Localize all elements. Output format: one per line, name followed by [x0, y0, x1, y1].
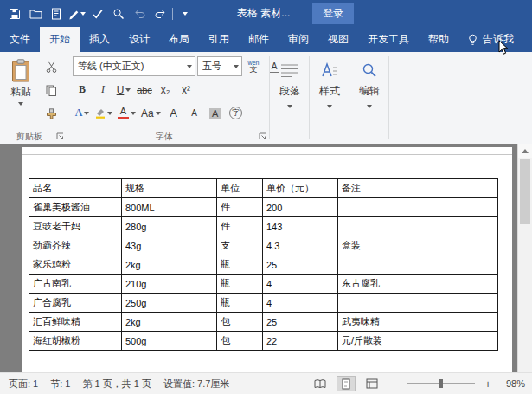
table-cell[interactable]: 2kg: [122, 255, 217, 275]
zoom-in-button[interactable]: +: [482, 378, 494, 391]
table-cell[interactable]: 海红胡椒粉: [29, 332, 122, 351]
tab-设计[interactable]: 设计: [119, 27, 159, 52]
undo-button[interactable]: [129, 3, 150, 24]
web-layout-button[interactable]: [362, 376, 381, 391]
format-painter-button[interactable]: [42, 106, 61, 121]
tab-插入[interactable]: 插入: [80, 27, 119, 52]
table-cell[interactable]: 4: [263, 275, 338, 294]
table-cell[interactable]: 件: [217, 198, 263, 217]
table-cell[interactable]: 25: [263, 255, 338, 275]
table-header-cell[interactable]: 单价（元）: [263, 179, 338, 198]
tab-布局[interactable]: 布局: [159, 27, 199, 52]
customize-qat-button[interactable]: [175, 3, 195, 24]
table-cell[interactable]: 件: [217, 217, 263, 236]
table-cell[interactable]: 家乐鸡粉: [29, 255, 122, 275]
table-cell[interactable]: 豆豉老干妈: [29, 217, 122, 236]
scrollbar-thumb[interactable]: [520, 159, 530, 224]
highlight-color-button[interactable]: [93, 104, 114, 122]
table-header-cell[interactable]: 规格: [122, 179, 217, 198]
shrink-font-button[interactable]: A: [185, 104, 204, 122]
enclose-character-button[interactable]: 字: [227, 104, 246, 122]
table-cell[interactable]: 雀巢美极酱油: [29, 198, 122, 217]
find-button[interactable]: [108, 3, 129, 24]
zoom-level[interactable]: 98%: [501, 378, 525, 389]
table-cell[interactable]: 广合腐乳: [29, 294, 122, 313]
underline-button[interactable]: U: [114, 81, 133, 99]
redo-button[interactable]: [150, 3, 170, 24]
table-cell[interactable]: 25: [263, 313, 338, 332]
font-dialog-launcher[interactable]: [259, 132, 266, 140]
strikethrough-button[interactable]: abc: [135, 81, 154, 99]
tab-审阅[interactable]: 审阅: [279, 27, 318, 52]
table-cell[interactable]: 800ML: [122, 198, 217, 217]
bold-button[interactable]: B: [73, 81, 92, 99]
table-cell[interactable]: 包: [217, 313, 263, 332]
copy-button[interactable]: [42, 82, 61, 98]
table-header-cell[interactable]: 备注: [338, 179, 498, 198]
cut-button[interactable]: [42, 59, 61, 74]
table-cell[interactable]: [338, 198, 498, 217]
table-cell[interactable]: [338, 255, 498, 275]
font-name-combo[interactable]: 等线 (中文正文): [73, 56, 195, 76]
table-cell[interactable]: 210g: [122, 275, 217, 294]
enlarge-font-button[interactable]: A: [164, 104, 183, 122]
table-cell[interactable]: 280g: [122, 217, 217, 236]
table-cell[interactable]: 包: [217, 332, 263, 351]
status-page-count[interactable]: 第 1 页，共 1 页: [82, 378, 151, 391]
tab-开始[interactable]: 开始: [40, 27, 80, 52]
zoom-slider-thumb[interactable]: [439, 379, 443, 388]
zoom-out-button[interactable]: −: [388, 378, 401, 391]
status-setting-value[interactable]: 设置值: 7.7厘米: [163, 378, 229, 391]
zoom-slider[interactable]: [407, 383, 475, 384]
table-cell[interactable]: 武夷味精: [338, 313, 498, 332]
italic-button[interactable]: I: [93, 81, 112, 99]
table-cell[interactable]: 22: [263, 332, 338, 351]
table-cell[interactable]: 4.3: [263, 236, 338, 255]
superscript-button[interactable]: x²: [176, 81, 195, 99]
table-cell[interactable]: 劲霸芥辣: [29, 236, 122, 255]
ink-pen-button[interactable]: [67, 3, 87, 24]
table-cell[interactable]: 东古腐乳: [338, 275, 498, 294]
table-cell[interactable]: 4: [263, 294, 338, 313]
login-button[interactable]: 登录: [312, 3, 354, 24]
editing-group-button[interactable]: 编辑: [349, 52, 389, 144]
paragraph-group-button[interactable]: 段落: [270, 52, 310, 144]
share-button[interactable]: 共享: [522, 27, 532, 52]
phonetic-guide-button[interactable]: wén文: [244, 57, 263, 75]
document-table[interactable]: 品名规格单位单价（元）备注雀巢美极酱油800ML件200豆豉老干妈280g件14…: [29, 178, 498, 351]
table-cell[interactable]: 支: [217, 236, 263, 255]
status-page-number[interactable]: 页面: 1: [9, 378, 38, 391]
table-cell[interactable]: [338, 294, 498, 313]
styles-group-button[interactable]: 样式: [310, 52, 349, 144]
table-cell[interactable]: 广古南乳: [29, 275, 122, 294]
change-case-button[interactable]: Aa: [139, 104, 163, 122]
table-cell[interactable]: 瓶: [217, 255, 263, 275]
print-layout-button[interactable]: [337, 376, 356, 391]
tab-file[interactable]: 文件: [0, 27, 40, 52]
read-mode-button[interactable]: [311, 376, 330, 391]
tab-视图[interactable]: 视图: [318, 27, 358, 52]
open-button[interactable]: [25, 3, 46, 24]
save-button[interactable]: [4, 3, 25, 24]
scroll-up-button[interactable]: [518, 144, 532, 158]
table-cell[interactable]: 瓶: [217, 275, 263, 294]
quick-print-button[interactable]: [46, 3, 67, 24]
table-header-cell[interactable]: 单位: [217, 179, 263, 198]
document-page[interactable]: 品名规格单位单价（元）备注雀巢美极酱油800ML件200豆豉老干妈280g件14…: [22, 147, 512, 373]
text-effects-button[interactable]: A: [73, 104, 92, 122]
vertical-scrollbar[interactable]: [517, 144, 532, 373]
paste-button[interactable]: 粘贴: [3, 55, 38, 130]
table-cell[interactable]: 143: [263, 217, 338, 236]
tab-邮件[interactable]: 邮件: [239, 27, 279, 52]
table-cell[interactable]: 2kg: [122, 313, 217, 332]
subscript-button[interactable]: x₂: [156, 81, 175, 99]
status-section[interactable]: 节: 1: [50, 378, 70, 391]
clipboard-dialog-launcher[interactable]: [56, 132, 64, 140]
character-shading-button[interactable]: A: [206, 104, 225, 122]
table-cell[interactable]: 500g: [122, 332, 217, 351]
spelling-check-button[interactable]: [87, 3, 108, 24]
font-color-button[interactable]: A: [116, 104, 138, 122]
tab-帮助[interactable]: 帮助: [419, 27, 458, 52]
tell-me-button[interactable]: 告诉我: [458, 27, 522, 52]
table-cell[interactable]: [338, 217, 498, 236]
